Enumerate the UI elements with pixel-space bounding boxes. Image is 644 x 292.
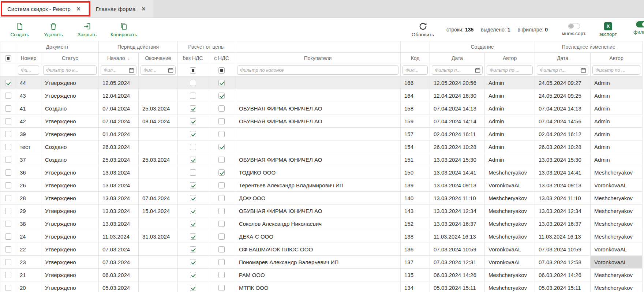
cell-start[interactable]: 13.03.2024 bbox=[99, 205, 139, 217]
cell-buyers[interactable] bbox=[235, 89, 401, 102]
cell-no_vat[interactable] bbox=[178, 76, 208, 89]
column-header-modified_date[interactable]: Дата bbox=[535, 53, 591, 64]
cell-start[interactable]: 13.03.2024 bbox=[99, 192, 139, 205]
cell-modified_date[interactable]: 07.04.2024 14:13 bbox=[535, 102, 591, 115]
cell-end[interactable]: 08.04.2024 bbox=[139, 115, 178, 128]
cell-created_author[interactable]: Admin bbox=[485, 141, 535, 153]
filter-checkbox-with_vat[interactable] bbox=[218, 67, 225, 74]
cell-checkbox[interactable] bbox=[190, 233, 196, 240]
cell-buyers[interactable] bbox=[235, 76, 401, 89]
cell-no_vat[interactable] bbox=[178, 141, 208, 153]
cell-checkbox[interactable] bbox=[218, 195, 225, 201]
cell-checkbox[interactable] bbox=[218, 221, 225, 227]
cell-created_author[interactable]: Admin bbox=[485, 102, 535, 115]
row-select-checkbox[interactable] bbox=[5, 285, 11, 291]
cell-checkbox[interactable] bbox=[218, 233, 225, 240]
cell-start[interactable]: 26.03.2024 bbox=[99, 141, 139, 153]
cell-end[interactable] bbox=[139, 217, 178, 230]
table-row[interactable]: 22Утверждено07.03.2024ОФ БАШМАЧОК ПЛЮС О… bbox=[0, 243, 643, 256]
row-select-cell[interactable] bbox=[0, 128, 16, 141]
cell-created_author[interactable]: VoronkovaAL bbox=[485, 256, 535, 269]
column-header-start[interactable]: Начало↓ bbox=[99, 53, 139, 64]
cell-modified_author[interactable]: Admin bbox=[591, 115, 643, 128]
cell-modified_author[interactable]: Admin bbox=[591, 89, 643, 102]
cell-with_vat[interactable] bbox=[208, 89, 235, 102]
cell-modified_date[interactable]: 13.03.2024 09:13 bbox=[535, 179, 591, 192]
cell-modified_date[interactable]: 24.05.2024 09:27 bbox=[535, 76, 591, 89]
cell-buyers[interactable] bbox=[235, 128, 401, 141]
cell-checkbox[interactable] bbox=[218, 169, 225, 176]
export-button[interactable]: X экспорт bbox=[599, 22, 617, 37]
table-row[interactable]: 20Утверждено05.03.2024МТПК ООО13405.03.2… bbox=[0, 281, 643, 292]
cell-modified_date[interactable]: 07.03.2024 12:58 bbox=[535, 256, 591, 269]
row-select-cell[interactable] bbox=[0, 205, 16, 217]
cell-modified_date[interactable]: 13.03.2024 11:10 bbox=[535, 192, 591, 205]
cell-buyers[interactable]: ОБУВНАЯ ФИРМА ЮНИЧЕЛ АО bbox=[235, 205, 401, 217]
row-select-checkbox[interactable] bbox=[5, 221, 11, 227]
cell-code[interactable]: 136 bbox=[401, 243, 430, 256]
row-select-cell[interactable] bbox=[0, 153, 16, 166]
row-select-checkbox[interactable] bbox=[5, 131, 11, 137]
cell-checkbox[interactable] bbox=[190, 259, 196, 265]
cell-checkbox[interactable] bbox=[190, 272, 196, 278]
cell-with_vat[interactable] bbox=[208, 256, 235, 269]
cell-modified_author[interactable]: Meshcheryakov bbox=[591, 192, 643, 205]
cell-code[interactable]: 152 bbox=[401, 217, 430, 230]
cell-buyers[interactable]: РАМ ООО bbox=[235, 269, 401, 281]
cell-created_date[interactable]: 05.03.2024 15:11 bbox=[430, 281, 485, 292]
delete-button[interactable]: Удалить bbox=[43, 22, 64, 37]
row-select-cell[interactable] bbox=[0, 256, 16, 269]
cell-code[interactable]: 138 bbox=[401, 230, 430, 243]
row-select-checkbox[interactable] bbox=[5, 144, 11, 150]
cell-with_vat[interactable] bbox=[208, 153, 235, 166]
cell-start[interactable]: 13.03.2024 bbox=[99, 166, 139, 179]
cell-code[interactable]: 158 bbox=[401, 102, 430, 115]
column-header-modified_author[interactable]: Автор bbox=[591, 53, 643, 64]
table-row[interactable]: 44Утверждено12.05.202416612.05.2024 20:5… bbox=[0, 76, 643, 89]
cell-modified_date[interactable]: 13.03.2024 14:41 bbox=[535, 166, 591, 179]
cell-checkbox[interactable] bbox=[190, 221, 196, 227]
cell-checkbox[interactable] bbox=[190, 208, 196, 214]
filter-input-created_author[interactable] bbox=[487, 65, 533, 75]
row-select-checkbox[interactable] bbox=[5, 93, 11, 99]
cell-start[interactable]: 25.03.2024 bbox=[99, 153, 139, 166]
cell-created_date[interactable]: 07.04.2024 14:13 bbox=[430, 102, 485, 115]
cell-created_author[interactable]: Meshcheryakov bbox=[485, 205, 535, 217]
cell-created_author[interactable]: VoronkovaAL bbox=[485, 179, 535, 192]
cell-code[interactable]: 164 bbox=[401, 89, 430, 102]
cell-checkbox[interactable] bbox=[190, 285, 196, 291]
cell-code[interactable]: 154 bbox=[401, 141, 430, 153]
cell-modified_date[interactable]: 13.03.2024 15:30 bbox=[535, 153, 591, 166]
cell-end[interactable]: 15.04.2024 bbox=[139, 205, 178, 217]
cell-start[interactable]: 06.03.2024 bbox=[99, 269, 139, 281]
row-select-checkbox[interactable] bbox=[5, 80, 11, 86]
cell-start[interactable]: 07.04.2024 bbox=[99, 102, 139, 115]
cell-modified_author[interactable]: Meshcheryakov bbox=[591, 217, 643, 230]
cell-checkbox[interactable] bbox=[190, 105, 196, 112]
cell-end[interactable] bbox=[139, 141, 178, 153]
cell-modified_author[interactable]: Meshcheryakov bbox=[591, 166, 643, 179]
row-select-checkbox[interactable] bbox=[5, 272, 11, 278]
column-header-with_vat[interactable]: с НДС bbox=[208, 53, 235, 64]
tab-close-icon[interactable]: × bbox=[76, 5, 81, 12]
table-row[interactable]: 38Утверждено13.03.2024Соколов Александр … bbox=[0, 217, 643, 230]
row-select-cell[interactable] bbox=[0, 102, 16, 115]
calendar-icon[interactable] bbox=[475, 67, 480, 73]
calendar-icon[interactable] bbox=[168, 67, 173, 73]
table-row[interactable]: 43Утверждено12.04.202416412.04.2024 16:3… bbox=[0, 89, 643, 102]
cell-code[interactable]: 150 bbox=[401, 166, 430, 179]
cell-created_date[interactable]: 07.03.2024 10:59 bbox=[430, 243, 485, 256]
filter-toggle[interactable]: фильтр bbox=[629, 21, 644, 35]
cell-num[interactable]: 26 bbox=[16, 179, 41, 192]
cell-no_vat[interactable] bbox=[178, 128, 208, 141]
cell-num[interactable]: 38 bbox=[16, 217, 41, 230]
cell-no_vat[interactable] bbox=[178, 256, 208, 269]
cell-created_date[interactable]: 13.03.2024 11:10 bbox=[430, 192, 485, 205]
cell-no_vat[interactable] bbox=[178, 230, 208, 243]
cell-with_vat[interactable] bbox=[208, 128, 235, 141]
cell-checkbox[interactable] bbox=[218, 93, 225, 99]
cell-num[interactable]: 20 bbox=[16, 281, 41, 292]
cell-checkbox[interactable] bbox=[218, 285, 225, 291]
cell-checkbox[interactable] bbox=[218, 182, 225, 188]
column-header-end[interactable]: Окончание bbox=[139, 53, 178, 64]
